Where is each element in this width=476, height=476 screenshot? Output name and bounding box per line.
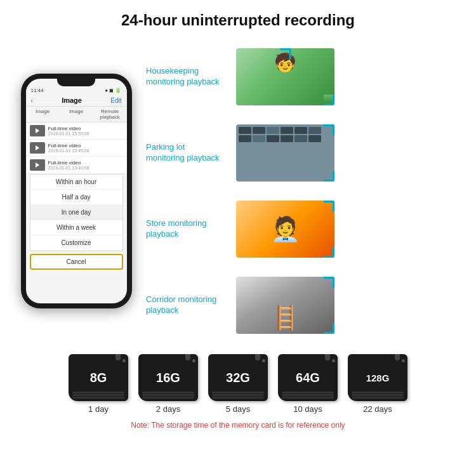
sd-size-2: 16G (156, 371, 180, 385)
monitoring-item-1: Housekeepingmonitoring playback 🧒 (146, 48, 463, 105)
video-thumb-2 (30, 142, 45, 154)
video-date-1: 2019-01-01 15:55:08 (48, 131, 89, 136)
phone-edit[interactable]: Edit (110, 97, 121, 104)
phone-back[interactable]: ‹ (31, 97, 33, 104)
phone-mockup: 11:44 ● ◼ 🔋 ‹ Image Edit Image Image Rem… (13, 36, 140, 347)
video-title-3: Full-time video (48, 160, 89, 166)
sd-card-item-4: 64G 10 days (278, 354, 338, 414)
sd-dot (122, 359, 126, 362)
storage-note: Note: The storage time of the memory car… (13, 418, 463, 433)
phone-tab-remote[interactable]: Remote playback (93, 107, 127, 122)
page-title: 24-hour uninterrupted recording (0, 0, 476, 36)
phone-screen: 11:44 ● ◼ 🔋 ‹ Image Edit Image Image Rem… (26, 79, 127, 303)
list-item: Full-time video 2019-01-01 13:40:08 (26, 157, 127, 174)
sd-card-64g: 64G (278, 354, 338, 401)
dropdown-item-1[interactable]: Within an hour (30, 175, 122, 190)
sd-dot (262, 359, 265, 362)
sd-size-3: 32G (226, 371, 250, 385)
dropdown-item-2[interactable]: Half a day (30, 190, 122, 205)
video-title-2: Full-time video (48, 143, 89, 149)
sd-days-5: 22 days (363, 404, 392, 414)
dropdown-item-5[interactable]: Customize (30, 235, 122, 251)
monitoring-item-2: Parking lotmonitoring playback (146, 124, 463, 182)
sd-days-3: 5 days (226, 404, 250, 414)
sd-card-32g: 32G (208, 354, 268, 401)
phone-status-bar: 11:44 ● ◼ 🔋 (26, 86, 127, 95)
sd-card-item-5: 128G 22 days (348, 354, 407, 414)
video-date-2: 2019-01-01 13:45:08 (48, 149, 89, 153)
sd-notch (325, 354, 330, 360)
sd-card-item-1: 8G 1 day (69, 354, 128, 414)
phone-screen-title: Image (62, 96, 82, 104)
video-date-3: 2019-01-01 13:40:08 (48, 166, 89, 170)
monitoring-label-3: Store monitoringplayback (146, 218, 228, 240)
monitoring-label-4: Corridor monitoringplayback (146, 294, 228, 316)
video-thumb-3 (30, 159, 45, 171)
video-thumb-1 (30, 125, 45, 136)
storage-section: 8G 1 day 16G 2 days 32G 5 days (0, 347, 476, 436)
video-title-1: Full-time video (48, 126, 89, 131)
dropdown-item-3[interactable]: In one day (30, 205, 122, 220)
cancel-button[interactable]: Cancel (30, 254, 123, 270)
sd-days-2: 2 days (156, 404, 180, 414)
sd-notch (255, 354, 260, 360)
monitoring-label-2: Parking lotmonitoring playback (146, 142, 228, 164)
phone-tabs: Image Image Remote playback (26, 107, 127, 122)
phone-list: Full-time video 2019-01-01 15:55:08 Full… (26, 122, 127, 174)
sd-notch (185, 354, 190, 360)
phone-notch (57, 79, 95, 86)
video-info-3: Full-time video 2019-01-01 13:40:08 (48, 160, 89, 170)
sd-dot (402, 359, 405, 362)
phone-tab-image[interactable]: Image (26, 107, 60, 122)
sd-card-16g: 16G (138, 354, 198, 401)
monitoring-section: Housekeepingmonitoring playback 🧒 Parkin… (146, 36, 463, 347)
monitoring-item-3: Store monitoringplayback 🧑‍💼 (146, 201, 463, 258)
monitoring-label-1: Housekeepingmonitoring playback (146, 66, 228, 88)
list-item: Full-time video 2019-01-01 15:55:08 (26, 122, 127, 140)
sd-size-4: 64G (296, 371, 320, 385)
video-info-1: Full-time video 2019-01-01 15:55:08 (48, 126, 89, 136)
sd-card-128g: 128G (348, 354, 407, 401)
sd-notch (116, 354, 121, 360)
phone-tab-image2[interactable]: Image (60, 107, 93, 122)
monitoring-img-1: 🧒 (236, 48, 334, 105)
monitoring-item-4: Corridor monitoringplayback 🪜 (146, 277, 463, 334)
phone-time: 11:44 (31, 88, 44, 93)
phone-dropdown: Within an hour Half a day In one day Wit… (30, 174, 123, 251)
main-content: 11:44 ● ◼ 🔋 ‹ Image Edit Image Image Rem… (0, 36, 476, 347)
monitoring-img-2 (236, 124, 334, 182)
sd-card-item-2: 16G 2 days (138, 354, 198, 414)
monitoring-img-3: 🧑‍💼 (236, 201, 334, 258)
sd-days-4: 10 days (293, 404, 322, 414)
monitoring-img-4: 🪜 (236, 277, 334, 334)
sd-dot (192, 359, 195, 362)
sd-cards-row: 8G 1 day 16G 2 days 32G 5 days (13, 354, 463, 414)
dropdown-item-4[interactable]: Within a week (30, 220, 122, 235)
sd-size-1: 8G (90, 371, 107, 385)
sd-dot (332, 359, 335, 362)
sd-card-8g: 8G (69, 354, 128, 401)
sd-size-5: 128G (366, 373, 390, 383)
phone-signal: ● ◼ 🔋 (105, 88, 121, 93)
sd-days-1: 1 day (88, 404, 109, 414)
sd-notch (395, 354, 400, 360)
phone-device: 11:44 ● ◼ 🔋 ‹ Image Edit Image Image Rem… (21, 74, 132, 308)
sd-card-item-3: 32G 5 days (208, 354, 268, 414)
list-item: Full-time video 2019-01-01 13:45:08 (26, 140, 127, 157)
phone-title-bar: ‹ Image Edit (26, 95, 127, 107)
video-info-2: Full-time video 2019-01-01 13:45:08 (48, 143, 89, 153)
